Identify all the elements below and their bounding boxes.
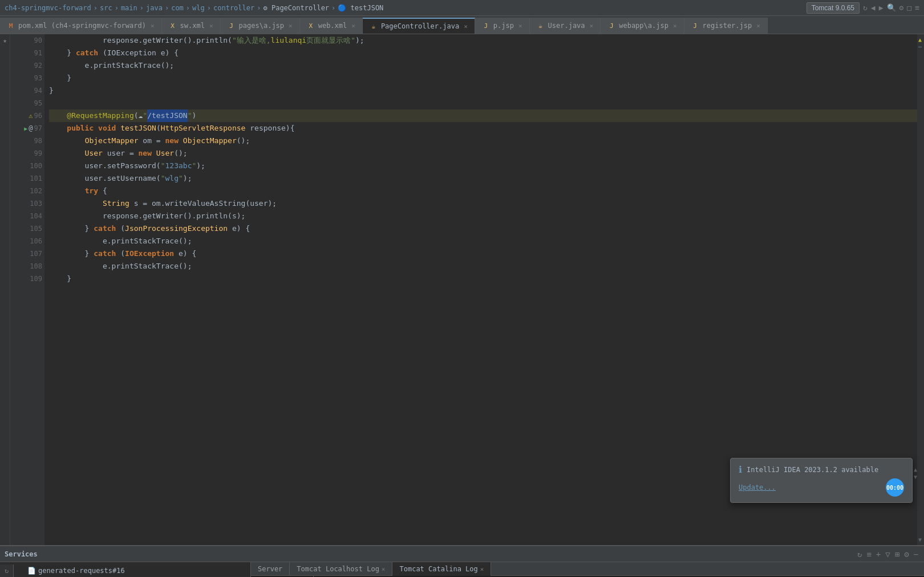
tab-pages-jsp[interactable]: J pages\a.jsp × [221, 18, 300, 34]
file-icon: 📄 [27, 567, 36, 575]
notification-header: ℹ IntelliJ IDEA 2023.1.2 available [739, 464, 904, 475]
refresh-icon[interactable]: ↻ [863, 3, 868, 12]
close-localhost-log-icon[interactable]: × [382, 566, 386, 573]
settings-icon[interactable]: ⚙ [899, 3, 904, 12]
line-93: 93 [10, 72, 44, 84]
breadcrumb: ch4-springmvc-forward › src › main › jav… [5, 4, 383, 12]
breadcrumb-pagecontroller[interactable]: ⚙ PageController [263, 4, 329, 12]
line-100: 100 [10, 160, 44, 172]
code-line-97: public void testJSON(HttpServletResponse… [49, 122, 917, 135]
breadcrumb-wlg: wlg [192, 4, 205, 12]
line-99: 99 [10, 147, 44, 160]
favorites-icon[interactable]: ★ [1, 36, 9, 44]
code-line-101: user.setUsername("wlg"); [49, 172, 917, 185]
left-gutter: ★ [0, 34, 10, 545]
timer-badge: 00:00 [886, 478, 904, 497]
code-line-90: response.getWriter().println("输入是啥,liula… [49, 34, 917, 47]
line-95: 95 [10, 97, 44, 109]
code-line-95 [49, 97, 917, 109]
tab-close-icon[interactable]: × [351, 22, 355, 30]
code-line-102: try { [49, 185, 917, 197]
catalina-log-label: Tomcat Catalina Log [399, 565, 477, 573]
nav-back-icon[interactable]: ◀ [871, 3, 876, 12]
output-tab-catalina-log[interactable]: Tomcat Catalina Log × [392, 562, 491, 576]
breadcrumb-controller: controller [213, 4, 254, 12]
notification-title: IntelliJ IDEA 2023.1.2 available [747, 466, 878, 474]
services-toolbar: ↻ ≡ + ▽ ⊞ ⚙ − [856, 548, 919, 560]
tab-close-icon[interactable]: × [289, 22, 293, 30]
tab-label: web.xml [318, 22, 347, 30]
tab-pagecontroller-java[interactable]: ☕ PageController.java × [363, 18, 475, 34]
editor-tabs: M pom.xml (ch4-springmvc-forward) × X sw… [0, 16, 924, 34]
tab-close-icon[interactable]: × [209, 22, 213, 30]
tab-close-icon[interactable]: × [151, 22, 155, 30]
xml-icon: X [169, 22, 177, 30]
code-line-105: } catch (JsonProcessingException e) { [49, 222, 917, 235]
line-96: ⚠96 [10, 109, 44, 122]
tab-label: User.java [548, 22, 585, 30]
java-icon: ☕ [370, 22, 378, 30]
services-tree: ↻ ↑ + ▽ ⊞ 📄 generated-requests#16 📄 gene… [0, 562, 251, 577]
tab-webapp-jsp[interactable]: J webapp\a.jsp × [601, 18, 684, 34]
line-102: 102 [10, 185, 44, 197]
output-tabs: Server Tomcat Localhost Log × Tomcat Cat… [251, 562, 924, 576]
top-bar-actions: Tomcat 9.0.65 ↻ ◀ ▶ 🔍 ⚙ □ ≡ [807, 2, 919, 14]
code-line-99: User user = new User(); [49, 147, 917, 160]
notification-popup: ℹ IntelliJ IDEA 2023.1.2 available Updat… [730, 458, 913, 503]
code-line-92: e.printStackTrace(); [49, 59, 917, 72]
group-icon[interactable]: ⊞ [894, 548, 901, 560]
tab-label: p.jsp [493, 22, 514, 30]
line-103: 103 [10, 197, 44, 210]
output-tab-localhost-log[interactable]: Tomcat Localhost Log × [290, 562, 392, 576]
code-line-106: e.printStackTrace(); [49, 235, 917, 247]
minimize-services-icon[interactable]: − [913, 548, 919, 560]
java-icon: ☕ [537, 22, 545, 30]
output-tab-server[interactable]: Server [251, 562, 290, 576]
filter-icon[interactable]: ▽ [884, 548, 891, 560]
code-line-98: ObjectMapper om = new ObjectMapper(); [49, 135, 917, 147]
tab-close-icon[interactable]: × [756, 22, 760, 30]
close-catalina-log-icon[interactable]: × [480, 566, 484, 573]
add-service-icon[interactable]: + [875, 548, 882, 560]
xml-icon: X [307, 22, 315, 30]
settings-services-icon[interactable]: ⚙ [903, 548, 910, 560]
maximize-icon[interactable]: □ [907, 3, 911, 12]
tab-sw-xml[interactable]: X sw.xml × [162, 18, 221, 34]
code-line-94: } [49, 84, 917, 97]
pom-icon: M [7, 22, 15, 30]
tab-pom-xml[interactable]: M pom.xml (ch4-springmvc-forward) × [0, 18, 162, 34]
menu-icon[interactable]: ≡ [915, 3, 919, 12]
tab-close-icon[interactable]: × [673, 22, 677, 30]
refresh-services-icon[interactable]: ↻ [856, 548, 863, 560]
tab-close-icon[interactable]: × [464, 23, 468, 30]
services-panel-title: Services [5, 550, 38, 558]
notification-actions: Update... 00:00 [739, 478, 904, 497]
collapse-all-icon[interactable]: ≡ [865, 548, 872, 560]
breadcrumb-project[interactable]: ch4-springmvc-forward [5, 4, 91, 12]
tab-user-java[interactable]: ☕ User.java × [530, 18, 601, 34]
tab-p-jsp[interactable]: J p.jsp × [475, 18, 530, 34]
code-line-109: } [49, 273, 917, 285]
services-body: ↻ ↑ + ▽ ⊞ 📄 generated-requests#16 📄 gene… [0, 562, 924, 577]
line-98: 98 [10, 135, 44, 147]
localhost-log-label: Tomcat Localhost Log [297, 565, 379, 573]
tab-web-xml[interactable]: X web.xml × [300, 18, 363, 34]
line-109: 109 [10, 273, 44, 285]
tomcat-version-button[interactable]: Tomcat 9.0.65 [807, 2, 860, 14]
scrollbar-track[interactable]: ▲ — ▼ [917, 34, 924, 545]
tab-label: webapp\a.jsp [619, 22, 668, 30]
breadcrumb-src: src [100, 4, 112, 12]
nav-forward-icon[interactable]: ▶ [879, 3, 884, 12]
services-panel-header: Services ↻ ≡ + ▽ ⊞ ⚙ − [0, 546, 924, 562]
update-link[interactable]: Update... [739, 483, 776, 491]
search-icon[interactable]: 🔍 [887, 3, 896, 12]
top-bar: ch4-springmvc-forward › src › main › jav… [0, 0, 924, 16]
tab-close-icon[interactable]: × [590, 22, 594, 30]
tree-expand-icon[interactable]: ↻ [5, 567, 9, 575]
jsp-icon: J [691, 22, 699, 30]
code-line-96: @RequestMapping(☁"/testJSON") [49, 109, 917, 122]
tab-close-icon[interactable]: × [518, 22, 522, 30]
tab-register-jsp[interactable]: J register.jsp × [684, 18, 768, 34]
tree-item-generated-16[interactable]: 📄 generated-requests#16 [14, 564, 250, 577]
line-90: 90 [10, 34, 44, 47]
